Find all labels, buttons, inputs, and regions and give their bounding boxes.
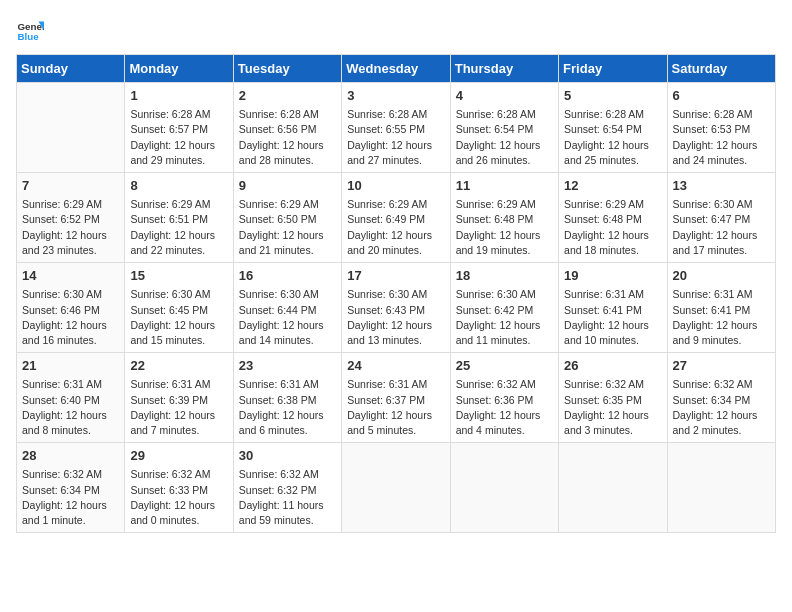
calendar-cell: 8Sunrise: 6:29 AM Sunset: 6:51 PM Daylig… <box>125 173 233 263</box>
day-number: 7 <box>22 177 119 195</box>
calendar-cell: 15Sunrise: 6:30 AM Sunset: 6:45 PM Dayli… <box>125 263 233 353</box>
calendar-cell: 2Sunrise: 6:28 AM Sunset: 6:56 PM Daylig… <box>233 83 341 173</box>
day-header-thursday: Thursday <box>450 55 558 83</box>
day-number: 21 <box>22 357 119 375</box>
day-info: Sunrise: 6:29 AM Sunset: 6:51 PM Dayligh… <box>130 197 227 258</box>
calendar-cell: 27Sunrise: 6:32 AM Sunset: 6:34 PM Dayli… <box>667 353 775 443</box>
calendar-cell: 9Sunrise: 6:29 AM Sunset: 6:50 PM Daylig… <box>233 173 341 263</box>
day-info: Sunrise: 6:30 AM Sunset: 6:45 PM Dayligh… <box>130 287 227 348</box>
calendar-cell: 22Sunrise: 6:31 AM Sunset: 6:39 PM Dayli… <box>125 353 233 443</box>
calendar-cell: 7Sunrise: 6:29 AM Sunset: 6:52 PM Daylig… <box>17 173 125 263</box>
calendar-cell <box>450 443 558 533</box>
day-number: 14 <box>22 267 119 285</box>
calendar-cell: 11Sunrise: 6:29 AM Sunset: 6:48 PM Dayli… <box>450 173 558 263</box>
day-number: 1 <box>130 87 227 105</box>
calendar-cell <box>559 443 667 533</box>
day-info: Sunrise: 6:30 AM Sunset: 6:44 PM Dayligh… <box>239 287 336 348</box>
calendar-cell: 1Sunrise: 6:28 AM Sunset: 6:57 PM Daylig… <box>125 83 233 173</box>
day-number: 19 <box>564 267 661 285</box>
calendar-cell: 17Sunrise: 6:30 AM Sunset: 6:43 PM Dayli… <box>342 263 450 353</box>
day-header-tuesday: Tuesday <box>233 55 341 83</box>
day-header-friday: Friday <box>559 55 667 83</box>
day-info: Sunrise: 6:29 AM Sunset: 6:52 PM Dayligh… <box>22 197 119 258</box>
calendar-cell: 4Sunrise: 6:28 AM Sunset: 6:54 PM Daylig… <box>450 83 558 173</box>
calendar-cell: 23Sunrise: 6:31 AM Sunset: 6:38 PM Dayli… <box>233 353 341 443</box>
svg-text:Blue: Blue <box>17 31 39 42</box>
calendar-cell: 12Sunrise: 6:29 AM Sunset: 6:48 PM Dayli… <box>559 173 667 263</box>
day-info: Sunrise: 6:32 AM Sunset: 6:36 PM Dayligh… <box>456 377 553 438</box>
page-header: General Blue <box>16 16 776 44</box>
day-info: Sunrise: 6:32 AM Sunset: 6:34 PM Dayligh… <box>22 467 119 528</box>
day-info: Sunrise: 6:28 AM Sunset: 6:54 PM Dayligh… <box>456 107 553 168</box>
day-number: 9 <box>239 177 336 195</box>
day-info: Sunrise: 6:30 AM Sunset: 6:42 PM Dayligh… <box>456 287 553 348</box>
day-number: 26 <box>564 357 661 375</box>
day-info: Sunrise: 6:32 AM Sunset: 6:33 PM Dayligh… <box>130 467 227 528</box>
day-info: Sunrise: 6:29 AM Sunset: 6:48 PM Dayligh… <box>456 197 553 258</box>
day-number: 10 <box>347 177 444 195</box>
day-number: 4 <box>456 87 553 105</box>
day-info: Sunrise: 6:29 AM Sunset: 6:48 PM Dayligh… <box>564 197 661 258</box>
day-info: Sunrise: 6:29 AM Sunset: 6:49 PM Dayligh… <box>347 197 444 258</box>
calendar-cell <box>17 83 125 173</box>
day-header-sunday: Sunday <box>17 55 125 83</box>
calendar-cell <box>667 443 775 533</box>
day-number: 23 <box>239 357 336 375</box>
calendar-cell: 5Sunrise: 6:28 AM Sunset: 6:54 PM Daylig… <box>559 83 667 173</box>
calendar-cell: 3Sunrise: 6:28 AM Sunset: 6:55 PM Daylig… <box>342 83 450 173</box>
calendar-cell: 10Sunrise: 6:29 AM Sunset: 6:49 PM Dayli… <box>342 173 450 263</box>
calendar-cell: 21Sunrise: 6:31 AM Sunset: 6:40 PM Dayli… <box>17 353 125 443</box>
calendar-cell: 25Sunrise: 6:32 AM Sunset: 6:36 PM Dayli… <box>450 353 558 443</box>
day-number: 15 <box>130 267 227 285</box>
calendar-cell: 24Sunrise: 6:31 AM Sunset: 6:37 PM Dayli… <box>342 353 450 443</box>
day-info: Sunrise: 6:32 AM Sunset: 6:32 PM Dayligh… <box>239 467 336 528</box>
day-info: Sunrise: 6:30 AM Sunset: 6:43 PM Dayligh… <box>347 287 444 348</box>
day-info: Sunrise: 6:32 AM Sunset: 6:35 PM Dayligh… <box>564 377 661 438</box>
day-number: 29 <box>130 447 227 465</box>
day-info: Sunrise: 6:28 AM Sunset: 6:54 PM Dayligh… <box>564 107 661 168</box>
calendar-cell: 16Sunrise: 6:30 AM Sunset: 6:44 PM Dayli… <box>233 263 341 353</box>
calendar-cell: 28Sunrise: 6:32 AM Sunset: 6:34 PM Dayli… <box>17 443 125 533</box>
calendar-cell: 30Sunrise: 6:32 AM Sunset: 6:32 PM Dayli… <box>233 443 341 533</box>
day-number: 22 <box>130 357 227 375</box>
calendar-cell: 20Sunrise: 6:31 AM Sunset: 6:41 PM Dayli… <box>667 263 775 353</box>
calendar-cell: 29Sunrise: 6:32 AM Sunset: 6:33 PM Dayli… <box>125 443 233 533</box>
day-info: Sunrise: 6:28 AM Sunset: 6:55 PM Dayligh… <box>347 107 444 168</box>
day-number: 28 <box>22 447 119 465</box>
day-info: Sunrise: 6:31 AM Sunset: 6:40 PM Dayligh… <box>22 377 119 438</box>
day-info: Sunrise: 6:28 AM Sunset: 6:56 PM Dayligh… <box>239 107 336 168</box>
calendar-cell <box>342 443 450 533</box>
day-info: Sunrise: 6:28 AM Sunset: 6:53 PM Dayligh… <box>673 107 770 168</box>
calendar-cell: 13Sunrise: 6:30 AM Sunset: 6:47 PM Dayli… <box>667 173 775 263</box>
day-number: 6 <box>673 87 770 105</box>
day-number: 5 <box>564 87 661 105</box>
calendar-cell: 18Sunrise: 6:30 AM Sunset: 6:42 PM Dayli… <box>450 263 558 353</box>
day-info: Sunrise: 6:31 AM Sunset: 6:37 PM Dayligh… <box>347 377 444 438</box>
day-number: 11 <box>456 177 553 195</box>
day-info: Sunrise: 6:30 AM Sunset: 6:47 PM Dayligh… <box>673 197 770 258</box>
day-header-monday: Monday <box>125 55 233 83</box>
day-number: 25 <box>456 357 553 375</box>
calendar-cell: 6Sunrise: 6:28 AM Sunset: 6:53 PM Daylig… <box>667 83 775 173</box>
day-info: Sunrise: 6:28 AM Sunset: 6:57 PM Dayligh… <box>130 107 227 168</box>
calendar-cell: 19Sunrise: 6:31 AM Sunset: 6:41 PM Dayli… <box>559 263 667 353</box>
day-info: Sunrise: 6:31 AM Sunset: 6:38 PM Dayligh… <box>239 377 336 438</box>
day-header-wednesday: Wednesday <box>342 55 450 83</box>
day-info: Sunrise: 6:30 AM Sunset: 6:46 PM Dayligh… <box>22 287 119 348</box>
day-number: 3 <box>347 87 444 105</box>
day-number: 27 <box>673 357 770 375</box>
day-number: 18 <box>456 267 553 285</box>
calendar-table: SundayMondayTuesdayWednesdayThursdayFrid… <box>16 54 776 533</box>
logo-icon: General Blue <box>16 16 44 44</box>
day-number: 2 <box>239 87 336 105</box>
calendar-cell: 26Sunrise: 6:32 AM Sunset: 6:35 PM Dayli… <box>559 353 667 443</box>
day-header-saturday: Saturday <box>667 55 775 83</box>
calendar-cell: 14Sunrise: 6:30 AM Sunset: 6:46 PM Dayli… <box>17 263 125 353</box>
day-info: Sunrise: 6:31 AM Sunset: 6:41 PM Dayligh… <box>564 287 661 348</box>
day-number: 20 <box>673 267 770 285</box>
day-info: Sunrise: 6:31 AM Sunset: 6:39 PM Dayligh… <box>130 377 227 438</box>
day-number: 12 <box>564 177 661 195</box>
day-number: 8 <box>130 177 227 195</box>
day-number: 13 <box>673 177 770 195</box>
day-number: 17 <box>347 267 444 285</box>
